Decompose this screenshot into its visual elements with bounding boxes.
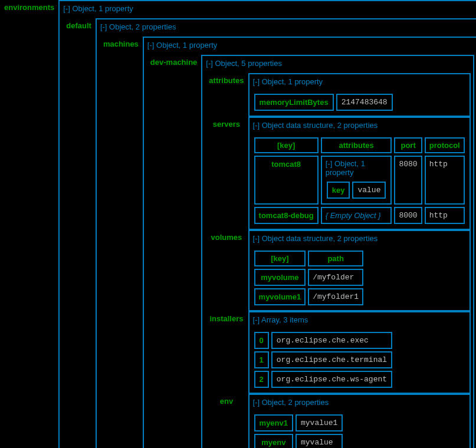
env-myenv1-key: myenv1 (254, 414, 293, 431)
server-tomcat8-debug-name: tomcat8-debug (254, 207, 319, 224)
volume-row-myvolume: myvolume /myfolder (254, 269, 364, 286)
installer-row-0: 0 org.eclipse.che.exec (254, 332, 392, 349)
installer-1-idx: 1 (254, 351, 269, 368)
machines-object-header[interactable]: [-] Object, 1 property (144, 38, 476, 52)
volume-myvolume-name: myvolume (254, 269, 306, 286)
server-tomcat8-attr-toggle[interactable]: [-] Object, 1 property (326, 159, 365, 177)
installers-key: installers (205, 311, 248, 394)
memory-limit-row: memoryLimitBytes 2147483648 (254, 94, 393, 111)
server-row-tomcat8-debug: tomcat8-debug { Empty Object } 8000 ht (254, 207, 465, 224)
default-key: default (62, 18, 96, 448)
dev-machine-key: dev-machine (146, 55, 201, 448)
volume-myvolume-path: /myfolder (308, 269, 363, 286)
server-row-tomcat8: tomcat8 [-] Object, 1 property (254, 156, 465, 205)
dev-machine-object-header[interactable]: [-] Object, 5 properties (202, 56, 472, 71)
server-tomcat8-port: 8080 (394, 156, 422, 205)
env-myenv1-val: myvalue1 (296, 414, 343, 431)
env-object-header[interactable]: [-] Object, 2 properties (250, 395, 470, 410)
env-key: env (205, 394, 248, 448)
env-myenv-key: myenv (254, 434, 293, 448)
servers-object-header[interactable]: [-] Object data structure, 2 properties (250, 118, 470, 133)
attributes-key: attributes (205, 73, 248, 117)
installer-2-idx: 2 (254, 371, 269, 388)
memory-limit-value: 2147483648 (336, 94, 393, 111)
volumes-col-path: path (308, 251, 363, 266)
volume-myvolume1-name: myvolume1 (254, 288, 306, 305)
server-tomcat8-attr-key: key (327, 182, 350, 199)
env-myenv-val: myvalue (296, 434, 343, 448)
volumes-col-key: [key] (254, 251, 306, 266)
dev-machine-object-box: [-] Object, 5 properties (201, 55, 474, 448)
attributes-collapse-toggle[interactable]: [-] Object, 1 property (253, 77, 323, 86)
server-tomcat8-protocol: http (425, 156, 465, 205)
memory-limit-key: memoryLimitBytes (254, 94, 334, 111)
installer-0-idx: 0 (254, 332, 269, 349)
volumes-object-box: [-] Object data structure, 2 properties (248, 230, 471, 311)
server-tomcat8-debug-attr: { Empty Object } (321, 207, 392, 224)
default-collapse-toggle[interactable]: [-] Object, 2 properties (100, 22, 176, 31)
volumes-object-header[interactable]: [-] Object data structure, 2 properties (250, 231, 470, 246)
volumes-collapse-toggle[interactable]: [-] Object data structure, 2 properties (253, 234, 378, 243)
default-object-header[interactable]: [-] Object, 2 properties (97, 19, 476, 34)
servers-col-port: port (394, 137, 422, 153)
servers-col-protocol: protocol (425, 137, 465, 153)
env-collapse-toggle[interactable]: [-] Object, 2 properties (253, 398, 329, 407)
env-object-box: [-] Object, 2 properties (248, 394, 471, 448)
servers-col-key: [key] (254, 137, 319, 153)
installer-row-1: 1 org.eclipse.che.terminal (254, 351, 392, 368)
environments-object-header[interactable]: [-] Object, 1 property (60, 1, 476, 16)
machines-collapse-toggle[interactable]: [-] Object, 1 property (147, 41, 218, 50)
env-row-myenv1: myenv1 myvalue1 (254, 414, 343, 431)
attributes-object-box: [-] Object, 1 property (248, 73, 471, 117)
installer-row-2: 2 org.eclipse.che.ws-agent (254, 371, 392, 388)
installers-collapse-toggle[interactable]: [-] Array, 3 items (253, 315, 308, 324)
server-tomcat8-attr-value: value (352, 182, 386, 199)
machines-object-box: [-] Object, 1 property (143, 37, 476, 448)
env-row-myenv: myenv myvalue (254, 434, 343, 448)
servers-key: servers (205, 117, 248, 230)
installers-array-header[interactable]: [-] Array, 3 items (250, 312, 470, 327)
servers-collapse-toggle[interactable]: [-] Object data structure, 2 properties (253, 121, 378, 130)
server-tomcat8-attr-header[interactable]: [-] Object, 1 property (322, 157, 391, 179)
volume-row-myvolume1: myvolume1 /myfolder1 (254, 288, 364, 305)
installer-2-val: org.eclipse.che.ws-agent (271, 371, 392, 388)
server-tomcat8-name: tomcat8 (254, 156, 319, 205)
environments-key: environments (0, 0, 58, 448)
servers-object-box: [-] Object data structure, 2 properties (248, 117, 471, 230)
server-tomcat8-debug-port: 8000 (394, 207, 422, 224)
dev-machine-collapse-toggle[interactable]: [-] Object, 5 properties (206, 59, 282, 68)
installer-0-val: org.eclipse.che.exec (271, 332, 392, 349)
environments-collapse-toggle[interactable]: [-] Object, 1 property (63, 4, 133, 13)
volumes-key: volumes (205, 230, 248, 311)
default-object-box: [-] Object, 2 properties machines (96, 18, 476, 448)
servers-col-attributes: attributes (321, 137, 392, 153)
installer-1-val: org.eclipse.che.terminal (271, 351, 392, 368)
attributes-object-header[interactable]: [-] Object, 1 property (250, 74, 470, 89)
server-tomcat8-debug-protocol: http (425, 207, 465, 224)
installers-array-box: [-] Array, 3 items (248, 311, 471, 394)
volume-myvolume1-path: /myfolder1 (308, 288, 363, 305)
machines-key: machines (99, 37, 143, 448)
environments-object-box: [-] Object, 1 property default [-] Objec… (58, 0, 476, 448)
